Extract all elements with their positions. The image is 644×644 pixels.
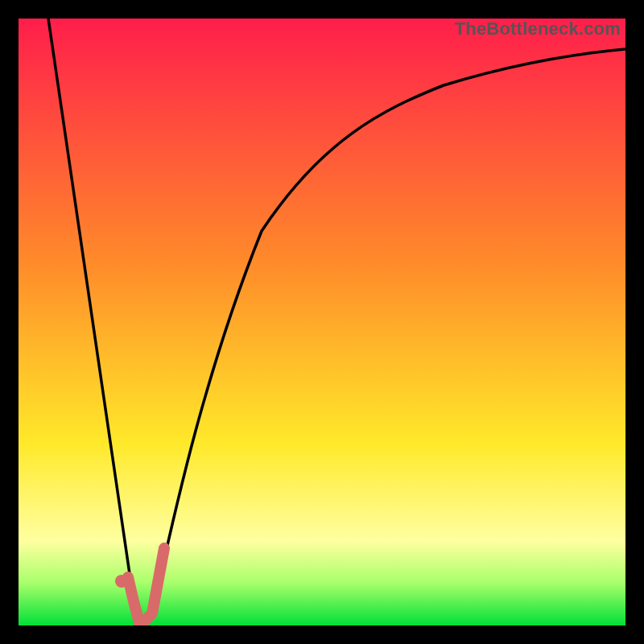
chart-background-gradient [19,19,625,625]
chart-plot-area: TheBottleneck.com [19,19,625,625]
highlight-dot [115,575,128,588]
watermark-text: TheBottleneck.com [455,19,621,39]
chart-frame: TheBottleneck.com [0,0,644,644]
chart-svg [19,19,625,625]
